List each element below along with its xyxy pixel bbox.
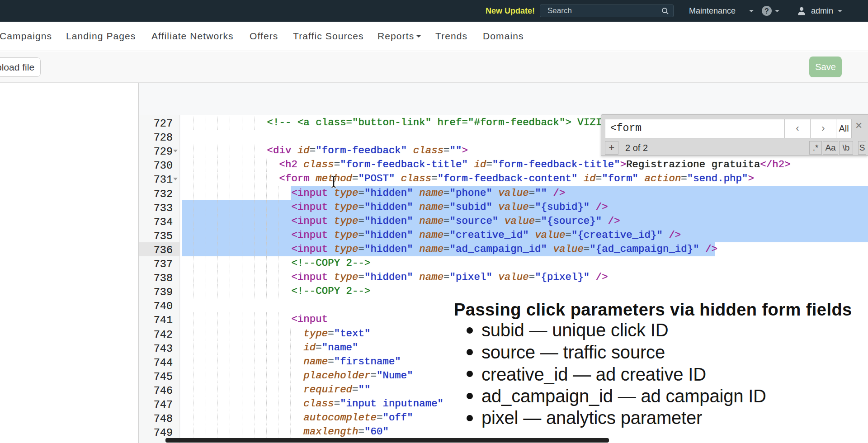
svg-text:?: ? [764,7,769,15]
